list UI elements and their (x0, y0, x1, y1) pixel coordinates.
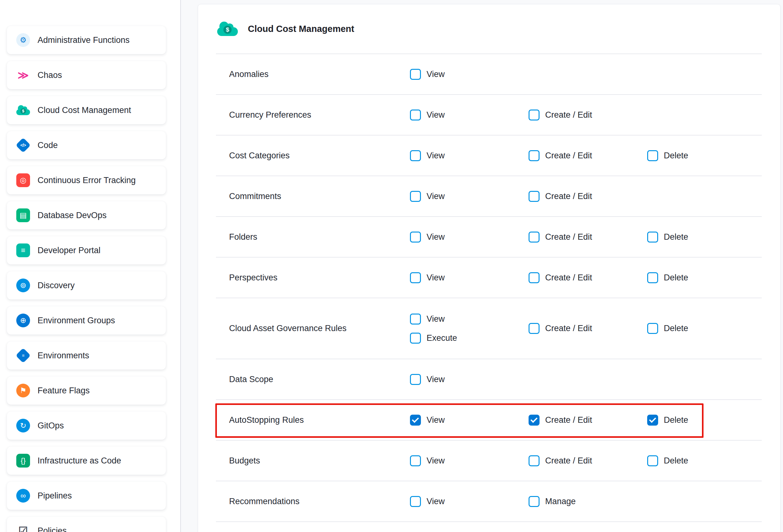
permission-label: View (427, 110, 445, 120)
permission-column: Delete (647, 150, 762, 161)
code-icon: </> (15, 138, 31, 153)
sidebar-item-chaos[interactable]: ≫Chaos (7, 61, 166, 89)
perspectives-delete-checkbox[interactable] (647, 272, 658, 283)
budgets-view-checkbox[interactable] (410, 455, 421, 466)
recommendations-manage-checkbox[interactable] (529, 496, 539, 507)
permission-recommendations-view: View (410, 496, 529, 507)
permission-label: View (427, 314, 445, 324)
sidebar-item-label: Continuous Error Tracking (37, 176, 136, 185)
permission-column: View (410, 69, 529, 80)
sidebar-item-discovery[interactable]: ⊚Discovery (7, 271, 166, 300)
sidebar-item-pipelines[interactable]: ∞Pipelines (7, 481, 166, 510)
dollar-glyph: $ (223, 26, 231, 34)
sidebar-item-label: Discovery (37, 281, 75, 290)
budgets-delete-checkbox[interactable] (647, 455, 658, 466)
module-list: ⚙Administrative Functions≫Chaos$Cloud Co… (0, 26, 180, 532)
sidebar-item-continuous-error-tracking[interactable]: ◎Continuous Error Tracking (7, 166, 166, 194)
module-sidebar: ⚙Administrative Functions≫Chaos$Cloud Co… (0, 0, 181, 532)
permission-column: Delete (647, 323, 762, 334)
permission-column: Create / Edit (529, 415, 647, 426)
sidebar-item-label: Environments (37, 351, 89, 361)
autostopping-rules-create-edit-checkbox[interactable] (529, 415, 539, 426)
resource-label: Cloud Asset Governance Rules (216, 323, 410, 333)
permission-row-perspectives: PerspectivesViewCreate / EditDelete (216, 257, 762, 298)
perspectives-view-checkbox[interactable] (410, 272, 421, 283)
recommendations-view-checkbox[interactable] (410, 496, 421, 507)
cloud-asset-governance-rules-execute-checkbox[interactable] (410, 333, 421, 344)
sidebar-item-cloud-cost-management[interactable]: $Cloud Cost Management (7, 96, 166, 124)
permission-commitments-view: View (410, 191, 529, 202)
perspectives-create-edit-checkbox[interactable] (529, 272, 539, 283)
sidebar-item-database-devops[interactable]: ▤Database DevOps (7, 201, 166, 229)
cloud-cost-icon: $ (217, 22, 238, 37)
permission-label: View (427, 497, 445, 506)
cloud-asset-governance-rules-create-edit-checkbox[interactable] (529, 323, 539, 334)
permission-commitments-create-edit: Create / Edit (529, 191, 647, 202)
permission-label: Create / Edit (545, 232, 592, 242)
permission-perspectives-view: View (410, 272, 529, 283)
currency-preferences-create-edit-checkbox[interactable] (529, 109, 539, 121)
sidebar-item-infrastructure-as-code[interactable]: {}Infrastructure as Code (7, 446, 166, 475)
permission-label: Create / Edit (545, 191, 592, 201)
sidebar-item-feature-flags[interactable]: ⚑Feature Flags (7, 376, 166, 405)
permission-autostopping-rules-delete: Delete (647, 415, 762, 426)
permission-cloud-asset-governance-rules-delete: Delete (647, 323, 762, 334)
cost-categories-view-checkbox[interactable] (410, 150, 421, 161)
permission-perspectives-create-edit: Create / Edit (529, 272, 647, 283)
iac-icon: {} (16, 454, 30, 468)
budgets-create-edit-checkbox[interactable] (529, 455, 539, 466)
commitments-view-checkbox[interactable] (410, 191, 421, 202)
permission-label: View (427, 191, 445, 201)
permission-label: Delete (664, 151, 688, 160)
panel-header: $ Cloud Cost Management (198, 4, 780, 54)
permission-column: View (410, 191, 529, 202)
sidebar-item-label: Policies (37, 526, 67, 532)
icon-glyph: ∞ (20, 492, 26, 499)
sidebar-item-developer-portal[interactable]: ≡Developer Portal (7, 236, 166, 264)
permission-column: Create / Edit (529, 272, 647, 283)
admin-gear-icon: ⚙ (16, 33, 30, 47)
app-root: ⚙Administrative Functions≫Chaos$Cloud Co… (0, 0, 783, 532)
autostopping-rules-view-checkbox[interactable] (410, 415, 421, 426)
autostopping-rules-delete-checkbox[interactable] (647, 415, 658, 426)
permission-label: Create / Edit (545, 415, 592, 425)
permission-data-scope-view: View (410, 374, 529, 385)
icon-glyph: ≫ (18, 70, 29, 81)
permission-anomalies-view: View (410, 69, 529, 80)
cost-categories-create-edit-checkbox[interactable] (529, 150, 539, 161)
permission-column: View (410, 272, 529, 283)
sidebar-item-code[interactable]: </>Code (7, 131, 166, 159)
folders-delete-checkbox[interactable] (647, 231, 658, 243)
permission-column: View (410, 415, 529, 426)
cloud-asset-governance-rules-delete-checkbox[interactable] (647, 323, 658, 334)
permission-folders-create-edit: Create / Edit (529, 231, 647, 243)
sidebar-item-administrative-functions[interactable]: ⚙Administrative Functions (7, 26, 166, 54)
sidebar-item-environment-groups[interactable]: ⊕Environment Groups (7, 306, 166, 335)
permission-label: Create / Edit (545, 323, 592, 333)
error-tracking-icon: ◎ (16, 174, 30, 187)
permission-folders-view: View (410, 231, 529, 243)
sidebar-item-policies[interactable]: ☑Policies (7, 517, 166, 532)
anomalies-view-checkbox[interactable] (410, 69, 421, 80)
permission-label: Delete (664, 232, 688, 242)
permission-column: View (410, 231, 529, 243)
permission-label: View (427, 375, 445, 384)
sidebar-item-gitops[interactable]: ↻GitOps (7, 411, 166, 440)
folders-create-edit-checkbox[interactable] (529, 231, 539, 243)
permission-currency-preferences-create-edit: Create / Edit (529, 109, 647, 121)
sidebar-item-environments[interactable]: ≡Environments (7, 341, 166, 370)
permission-recommendations-manage: Manage (529, 496, 647, 507)
currency-preferences-view-checkbox[interactable] (410, 109, 421, 121)
cloud-asset-governance-rules-view-checkbox[interactable] (410, 314, 421, 324)
permission-label: Delete (664, 273, 688, 283)
cost-categories-delete-checkbox[interactable] (647, 150, 658, 161)
developer-portal-icon: ≡ (16, 244, 30, 257)
permission-label: Delete (664, 456, 688, 466)
data-scope-view-checkbox[interactable] (410, 374, 421, 385)
commitments-create-edit-checkbox[interactable] (529, 191, 539, 202)
permission-label: View (427, 456, 445, 466)
permission-row-autostopping-rules: AutoStopping RulesViewCreate / EditDelet… (216, 400, 762, 441)
folders-view-checkbox[interactable] (410, 231, 421, 243)
resource-label: Commitments (216, 191, 410, 201)
permission-rows: AnomaliesViewCurrency PreferencesViewCre… (216, 54, 762, 522)
